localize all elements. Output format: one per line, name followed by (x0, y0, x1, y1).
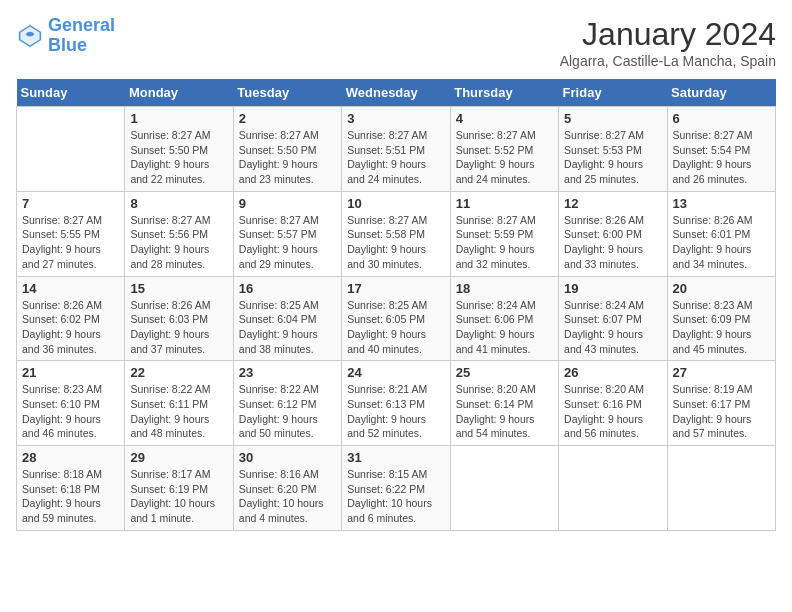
logo: General Blue (16, 16, 115, 56)
day-number: 15 (130, 281, 227, 296)
day-number: 21 (22, 365, 119, 380)
day-detail: Sunrise: 8:27 AMSunset: 5:55 PMDaylight:… (22, 213, 119, 272)
day-detail: Sunrise: 8:27 AMSunset: 5:56 PMDaylight:… (130, 213, 227, 272)
calendar-cell (17, 107, 125, 192)
day-detail: Sunrise: 8:22 AMSunset: 6:12 PMDaylight:… (239, 382, 336, 441)
day-number: 19 (564, 281, 661, 296)
day-detail: Sunrise: 8:27 AMSunset: 5:51 PMDaylight:… (347, 128, 444, 187)
logo-icon (16, 22, 44, 50)
calendar-cell: 30Sunrise: 8:16 AMSunset: 6:20 PMDayligh… (233, 446, 341, 531)
day-number: 9 (239, 196, 336, 211)
day-detail: Sunrise: 8:27 AMSunset: 5:54 PMDaylight:… (673, 128, 770, 187)
day-detail: Sunrise: 8:19 AMSunset: 6:17 PMDaylight:… (673, 382, 770, 441)
weekday-header-row: SundayMondayTuesdayWednesdayThursdayFrid… (17, 79, 776, 107)
calendar-cell: 17Sunrise: 8:25 AMSunset: 6:05 PMDayligh… (342, 276, 450, 361)
day-detail: Sunrise: 8:27 AMSunset: 5:58 PMDaylight:… (347, 213, 444, 272)
calendar-cell: 13Sunrise: 8:26 AMSunset: 6:01 PMDayligh… (667, 191, 775, 276)
calendar-week-row: 21Sunrise: 8:23 AMSunset: 6:10 PMDayligh… (17, 361, 776, 446)
day-number: 17 (347, 281, 444, 296)
day-number: 1 (130, 111, 227, 126)
day-number: 2 (239, 111, 336, 126)
calendar-cell: 29Sunrise: 8:17 AMSunset: 6:19 PMDayligh… (125, 446, 233, 531)
day-detail: Sunrise: 8:25 AMSunset: 6:04 PMDaylight:… (239, 298, 336, 357)
calendar-cell: 11Sunrise: 8:27 AMSunset: 5:59 PMDayligh… (450, 191, 558, 276)
calendar-cell: 28Sunrise: 8:18 AMSunset: 6:18 PMDayligh… (17, 446, 125, 531)
day-detail: Sunrise: 8:27 AMSunset: 5:57 PMDaylight:… (239, 213, 336, 272)
day-detail: Sunrise: 8:26 AMSunset: 6:02 PMDaylight:… (22, 298, 119, 357)
day-number: 18 (456, 281, 553, 296)
calendar-cell: 20Sunrise: 8:23 AMSunset: 6:09 PMDayligh… (667, 276, 775, 361)
day-detail: Sunrise: 8:27 AMSunset: 5:59 PMDaylight:… (456, 213, 553, 272)
day-number: 26 (564, 365, 661, 380)
calendar-cell: 26Sunrise: 8:20 AMSunset: 6:16 PMDayligh… (559, 361, 667, 446)
day-number: 31 (347, 450, 444, 465)
day-detail: Sunrise: 8:21 AMSunset: 6:13 PMDaylight:… (347, 382, 444, 441)
calendar-cell: 1Sunrise: 8:27 AMSunset: 5:50 PMDaylight… (125, 107, 233, 192)
page-header: General Blue January 2024 Algarra, Casti… (16, 16, 776, 69)
day-number: 29 (130, 450, 227, 465)
calendar-week-row: 1Sunrise: 8:27 AMSunset: 5:50 PMDaylight… (17, 107, 776, 192)
day-detail: Sunrise: 8:18 AMSunset: 6:18 PMDaylight:… (22, 467, 119, 526)
day-detail: Sunrise: 8:27 AMSunset: 5:52 PMDaylight:… (456, 128, 553, 187)
calendar-cell: 25Sunrise: 8:20 AMSunset: 6:14 PMDayligh… (450, 361, 558, 446)
weekday-header-cell: Monday (125, 79, 233, 107)
day-number: 27 (673, 365, 770, 380)
day-detail: Sunrise: 8:20 AMSunset: 6:14 PMDaylight:… (456, 382, 553, 441)
calendar-cell: 10Sunrise: 8:27 AMSunset: 5:58 PMDayligh… (342, 191, 450, 276)
weekday-header-cell: Wednesday (342, 79, 450, 107)
day-number: 16 (239, 281, 336, 296)
day-detail: Sunrise: 8:23 AMSunset: 6:10 PMDaylight:… (22, 382, 119, 441)
day-number: 11 (456, 196, 553, 211)
day-number: 12 (564, 196, 661, 211)
weekday-header-cell: Thursday (450, 79, 558, 107)
day-number: 30 (239, 450, 336, 465)
calendar-cell: 31Sunrise: 8:15 AMSunset: 6:22 PMDayligh… (342, 446, 450, 531)
day-number: 6 (673, 111, 770, 126)
day-number: 14 (22, 281, 119, 296)
calendar-cell: 23Sunrise: 8:22 AMSunset: 6:12 PMDayligh… (233, 361, 341, 446)
calendar-cell: 2Sunrise: 8:27 AMSunset: 5:50 PMDaylight… (233, 107, 341, 192)
calendar-cell (667, 446, 775, 531)
calendar-cell: 12Sunrise: 8:26 AMSunset: 6:00 PMDayligh… (559, 191, 667, 276)
day-detail: Sunrise: 8:20 AMSunset: 6:16 PMDaylight:… (564, 382, 661, 441)
calendar-cell: 19Sunrise: 8:24 AMSunset: 6:07 PMDayligh… (559, 276, 667, 361)
month-title: January 2024 (560, 16, 776, 53)
calendar-body: 1Sunrise: 8:27 AMSunset: 5:50 PMDaylight… (17, 107, 776, 531)
weekday-header-cell: Tuesday (233, 79, 341, 107)
calendar-cell: 15Sunrise: 8:26 AMSunset: 6:03 PMDayligh… (125, 276, 233, 361)
day-number: 10 (347, 196, 444, 211)
calendar-cell: 22Sunrise: 8:22 AMSunset: 6:11 PMDayligh… (125, 361, 233, 446)
day-number: 13 (673, 196, 770, 211)
calendar-cell: 5Sunrise: 8:27 AMSunset: 5:53 PMDaylight… (559, 107, 667, 192)
day-detail: Sunrise: 8:27 AMSunset: 5:50 PMDaylight:… (239, 128, 336, 187)
day-detail: Sunrise: 8:25 AMSunset: 6:05 PMDaylight:… (347, 298, 444, 357)
day-detail: Sunrise: 8:26 AMSunset: 6:03 PMDaylight:… (130, 298, 227, 357)
day-detail: Sunrise: 8:24 AMSunset: 6:07 PMDaylight:… (564, 298, 661, 357)
calendar-week-row: 14Sunrise: 8:26 AMSunset: 6:02 PMDayligh… (17, 276, 776, 361)
day-number: 24 (347, 365, 444, 380)
calendar-cell: 24Sunrise: 8:21 AMSunset: 6:13 PMDayligh… (342, 361, 450, 446)
weekday-header-cell: Sunday (17, 79, 125, 107)
day-number: 4 (456, 111, 553, 126)
day-detail: Sunrise: 8:26 AMSunset: 6:01 PMDaylight:… (673, 213, 770, 272)
day-detail: Sunrise: 8:27 AMSunset: 5:53 PMDaylight:… (564, 128, 661, 187)
location: Algarra, Castille-La Mancha, Spain (560, 53, 776, 69)
day-number: 23 (239, 365, 336, 380)
calendar-cell: 3Sunrise: 8:27 AMSunset: 5:51 PMDaylight… (342, 107, 450, 192)
calendar-week-row: 28Sunrise: 8:18 AMSunset: 6:18 PMDayligh… (17, 446, 776, 531)
calendar-cell: 18Sunrise: 8:24 AMSunset: 6:06 PMDayligh… (450, 276, 558, 361)
calendar-cell: 16Sunrise: 8:25 AMSunset: 6:04 PMDayligh… (233, 276, 341, 361)
day-number: 7 (22, 196, 119, 211)
day-detail: Sunrise: 8:17 AMSunset: 6:19 PMDaylight:… (130, 467, 227, 526)
calendar-table: SundayMondayTuesdayWednesdayThursdayFrid… (16, 79, 776, 531)
calendar-cell (559, 446, 667, 531)
day-detail: Sunrise: 8:22 AMSunset: 6:11 PMDaylight:… (130, 382, 227, 441)
calendar-cell: 8Sunrise: 8:27 AMSunset: 5:56 PMDaylight… (125, 191, 233, 276)
calendar-cell: 7Sunrise: 8:27 AMSunset: 5:55 PMDaylight… (17, 191, 125, 276)
day-number: 25 (456, 365, 553, 380)
day-number: 20 (673, 281, 770, 296)
weekday-header-cell: Saturday (667, 79, 775, 107)
day-number: 28 (22, 450, 119, 465)
calendar-cell: 21Sunrise: 8:23 AMSunset: 6:10 PMDayligh… (17, 361, 125, 446)
day-number: 3 (347, 111, 444, 126)
